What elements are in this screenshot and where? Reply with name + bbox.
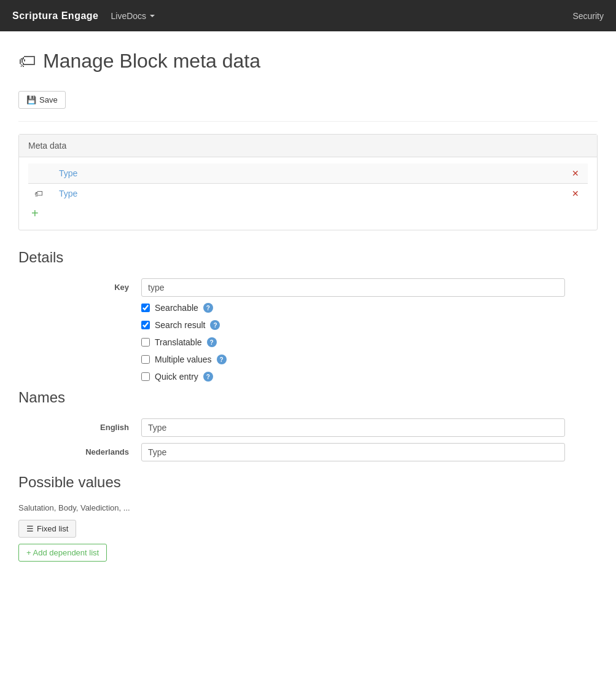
meta-data-panel: Meta data Type ✕ 🏷 Type ✕ (18, 134, 598, 230)
details-section: Details Key Searchable ? Search result ?… (18, 249, 598, 382)
possible-values-title: Possible values (18, 474, 598, 491)
english-input[interactable] (141, 418, 565, 437)
meta-col-icon (28, 163, 53, 184)
add-dependent-list-button[interactable]: + Add dependent list (18, 544, 107, 562)
save-label: Save (39, 95, 58, 104)
search-result-checkbox-item: Search result ? (141, 320, 598, 330)
names-section: Names English Nederlands (18, 389, 598, 461)
fixed-list-icon: ☰ (26, 524, 34, 533)
quick-entry-checkbox[interactable] (141, 372, 150, 381)
searchable-help-icon[interactable]: ? (203, 303, 213, 313)
save-button[interactable]: 💾 Save (18, 91, 66, 109)
multiple-values-checkbox-item: Multiple values ? (141, 355, 598, 364)
english-label: English (18, 418, 141, 432)
livedocs-caret-icon (150, 15, 155, 17)
key-label: Key (18, 278, 141, 292)
add-row-button[interactable]: + (28, 203, 42, 224)
key-input[interactable] (141, 278, 565, 297)
livedocs-label: LiveDocs (111, 11, 146, 21)
page-title-area: 🏷 Manage Block meta data (18, 50, 598, 72)
quick-entry-help-icon[interactable]: ? (203, 372, 213, 382)
add-dependent-label: + Add dependent list (26, 548, 99, 557)
nederlands-form-group: Nederlands (18, 443, 598, 461)
names-title: Names (18, 389, 598, 406)
meta-col-type: Type (53, 163, 563, 184)
details-title: Details (18, 249, 598, 266)
fixed-list-label: Fixed list (37, 524, 68, 533)
multiple-values-label: Multiple values (155, 355, 212, 364)
row-type-value: Type (53, 184, 563, 204)
page-title-icon: 🏷 (18, 51, 36, 71)
navbar-security[interactable]: Security (572, 11, 604, 21)
row-delete-button[interactable]: ✕ (563, 184, 588, 204)
table-row: 🏷 Type ✕ (28, 184, 588, 204)
key-form-group: Key (18, 278, 598, 297)
multiple-values-checkbox[interactable] (141, 355, 150, 364)
searchable-checkbox-item: Searchable ? (141, 303, 598, 313)
multiple-values-help-icon[interactable]: ? (217, 355, 227, 364)
nederlands-label: Nederlands (18, 443, 141, 457)
quick-entry-checkbox-item: Quick entry ? (141, 372, 598, 382)
meta-data-body: Type ✕ 🏷 Type ✕ + (19, 157, 597, 230)
meta-data-table: Type ✕ 🏷 Type ✕ (28, 163, 588, 203)
quick-entry-label: Quick entry (155, 372, 198, 382)
toolbar: 💾 Save (18, 91, 598, 109)
meta-col-delete: ✕ (563, 163, 588, 184)
page-content: 🏷 Manage Block meta data 💾 Save Meta dat… (0, 31, 616, 580)
translatable-checkbox-item: Translatable ? (141, 337, 598, 347)
navbar-left: Scriptura Engage LiveDocs (12, 10, 155, 22)
searchable-checkbox[interactable] (141, 304, 150, 312)
english-form-group: English (18, 418, 598, 437)
meta-data-header: Meta data (19, 135, 597, 157)
translatable-help-icon[interactable]: ? (207, 337, 217, 347)
navbar: Scriptura Engage LiveDocs Security (0, 0, 616, 31)
search-result-label: Search result (155, 320, 205, 330)
checkboxes-group: Searchable ? Search result ? Translatabl… (141, 303, 598, 382)
possible-values-buttons: ☰ Fixed list + Add dependent list (18, 520, 598, 562)
navbar-brand: Scriptura Engage (12, 10, 98, 22)
meta-table-header-row: Type ✕ (28, 163, 588, 184)
translatable-label: Translatable (155, 337, 202, 347)
translatable-checkbox[interactable] (141, 338, 150, 347)
save-icon: 💾 (26, 95, 36, 104)
possible-values-section: Possible values Salutation, Body, Valedi… (18, 474, 598, 562)
search-result-checkbox[interactable] (141, 321, 150, 329)
nederlands-input[interactable] (141, 443, 565, 461)
search-result-help-icon[interactable]: ? (210, 320, 220, 330)
navbar-livedocs[interactable]: LiveDocs (111, 11, 155, 21)
page-title: Manage Block meta data (43, 50, 260, 72)
row-tag-icon: 🏷 (28, 184, 53, 204)
possible-values-text: Salutation, Body, Valediction, ... (18, 503, 598, 512)
searchable-label: Searchable (155, 303, 198, 313)
fixed-list-button[interactable]: ☰ Fixed list (18, 520, 76, 538)
